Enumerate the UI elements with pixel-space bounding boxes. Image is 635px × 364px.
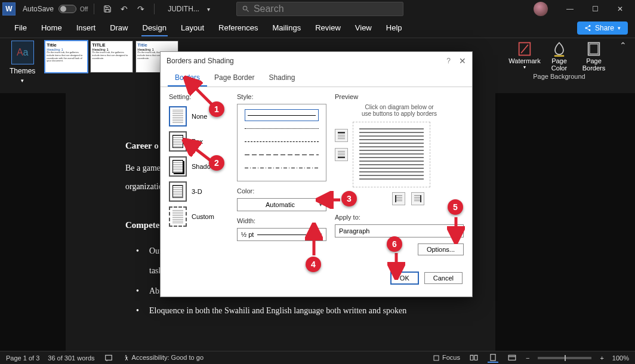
zoom-level[interactable]: 100% — [612, 354, 629, 362]
callout-1: 1 — [209, 101, 224, 117]
close-icon[interactable]: ✕ — [459, 56, 466, 66]
page-color-button[interactable]: Page Color — [544, 41, 574, 72]
list-item: Eloquence in both the Swahili and Englis… — [125, 301, 436, 321]
page-indicator[interactable]: Page 1 of 3 — [6, 354, 39, 362]
accessibility-status[interactable]: Accessibility: Good to go — [122, 354, 204, 362]
autosave-state: Off — [80, 6, 88, 13]
share-button[interactable]: Share ▾ — [577, 21, 628, 35]
share-icon — [584, 24, 591, 32]
tab-mailings[interactable]: Mailings — [266, 20, 309, 36]
width-value: ½ pt — [241, 231, 254, 238]
color-value: Automatic — [241, 201, 319, 208]
search-input[interactable]: Search — [236, 2, 403, 16]
chevron-down-icon[interactable]: ▾ — [202, 2, 216, 16]
page-color-label: Page Color — [551, 57, 567, 72]
tab-references[interactable]: References — [211, 20, 265, 36]
svg-rect-11 — [105, 355, 112, 360]
ribbon-tabs: File Home Insert Draw Design Layout Refe… — [0, 18, 635, 38]
svg-rect-16 — [508, 355, 516, 360]
setting-3d[interactable]: 3-D — [169, 179, 229, 204]
zoom-in-button[interactable]: + — [600, 354, 603, 362]
autosave-toggle[interactable]: Off — [58, 5, 88, 13]
svg-rect-2 — [554, 55, 564, 57]
tab-insert[interactable]: Insert — [69, 20, 103, 36]
style-item[interactable] — [245, 149, 319, 161]
maximize-button[interactable]: ☐ — [582, 0, 608, 18]
tab-view[interactable]: View — [348, 20, 379, 36]
page-color-icon — [551, 41, 568, 57]
search-icon — [242, 5, 250, 13]
themes-button[interactable]: Aa Themes ▾ — [10, 41, 35, 84]
style-gallery[interactable]: TitleHeading 1On the insert tab, the gal… — [45, 38, 178, 93]
tab-design[interactable]: Design — [135, 20, 174, 36]
border-bottom-button[interactable] — [335, 148, 348, 161]
page-borders-label: Page Borders — [582, 57, 606, 72]
themes-label: Themes — [10, 67, 35, 75]
callout-3: 3 — [341, 191, 357, 206]
word-count[interactable]: 36 of 301 words — [48, 354, 94, 362]
avatar[interactable] — [534, 2, 548, 16]
statusbar: Page 1 of 3 36 of 301 words Accessibilit… — [0, 351, 635, 364]
style-item[interactable] — [245, 135, 319, 147]
style-thumb-1[interactable]: TitleHeading 1On the insert tab, the gal… — [45, 41, 88, 73]
tab-help[interactable]: Help — [379, 20, 409, 36]
tab-draw[interactable]: Draw — [103, 20, 135, 36]
save-icon[interactable] — [100, 2, 115, 16]
focus-icon — [433, 354, 440, 362]
style-list[interactable] — [237, 104, 326, 181]
cancel-button[interactable]: Cancel — [424, 272, 463, 284]
spell-check-icon[interactable] — [103, 353, 114, 363]
watermark-button[interactable]: Watermark▾ — [510, 41, 540, 72]
border-right-button[interactable] — [411, 192, 424, 205]
preview-hint: Click on diagram below oruse buttons to … — [335, 104, 464, 117]
tab-home[interactable]: Home — [34, 20, 69, 36]
apply-to-dropdown[interactable]: Paragraph▾ — [335, 224, 464, 237]
preview-diagram[interactable] — [353, 122, 430, 187]
callout-6: 6 — [387, 236, 402, 252]
callout-5: 5 — [448, 199, 463, 215]
focus-button[interactable]: Focus — [433, 354, 460, 362]
undo-icon[interactable]: ↶ — [117, 2, 131, 16]
setting-3d-label: 3-D — [192, 188, 202, 195]
apply-to-value: Paragraph — [339, 227, 369, 235]
setting-custom-label: Custom — [192, 213, 214, 220]
tab-layout[interactable]: Layout — [174, 20, 211, 36]
share-label: Share — [595, 24, 614, 32]
border-top-button[interactable] — [335, 129, 348, 142]
web-layout-icon[interactable] — [507, 353, 517, 363]
page-borders-button[interactable]: Page Borders — [579, 41, 609, 72]
svg-point-13 — [125, 355, 127, 356]
document-name[interactable]: JUDITH... — [168, 5, 199, 13]
tab-file[interactable]: File — [7, 20, 34, 36]
close-button[interactable]: ✕ — [608, 0, 633, 18]
read-mode-icon[interactable] — [468, 353, 479, 363]
dialog-title: Borders and Shading — [167, 57, 234, 65]
titlebar: W AutoSave Off ↶ ↷ JUDITH... ▾ Search — … — [0, 0, 635, 18]
style-thumb-2[interactable]: TITLEHeading 1On the insert tab, the gal… — [90, 41, 133, 73]
dialog-tab-shading[interactable]: Shading — [261, 70, 302, 87]
print-layout-icon[interactable] — [488, 353, 498, 363]
color-dropdown[interactable]: Automatic▾ — [237, 198, 326, 211]
style-item[interactable] — [245, 162, 319, 174]
apply-to-label: Apply to: — [335, 214, 464, 221]
themes-icon: Aa — [11, 41, 34, 64]
zoom-out-button[interactable]: − — [526, 354, 529, 362]
style-label: Style: — [237, 93, 326, 100]
minimize-button[interactable]: — — [557, 0, 582, 18]
help-icon[interactable]: ? — [446, 57, 451, 65]
zoom-slider[interactable] — [538, 357, 591, 359]
svg-line-1 — [521, 45, 528, 53]
callout-4: 4 — [306, 257, 321, 272]
svg-line-6 — [185, 141, 211, 161]
border-left-button[interactable] — [392, 192, 405, 205]
redo-icon[interactable]: ↷ — [134, 2, 148, 16]
style-item[interactable] — [245, 109, 319, 121]
tab-review[interactable]: Review — [308, 20, 348, 36]
autosave-label: AutoSave — [23, 5, 54, 13]
accessibility-icon — [122, 354, 130, 362]
style-item[interactable] — [245, 122, 319, 134]
collapse-ribbon-icon[interactable]: ⌃ — [616, 41, 630, 50]
setting-custom[interactable]: Custom — [169, 204, 229, 229]
options-button[interactable]: Options... — [418, 243, 464, 255]
page-borders-icon — [585, 41, 602, 57]
